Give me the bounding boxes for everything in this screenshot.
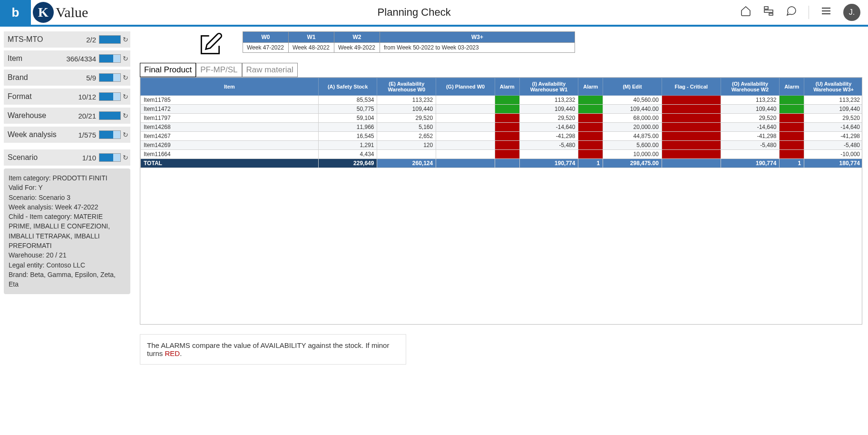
cell: -41,298 [804,132,862,141]
cell [436,96,495,105]
col-header[interactable]: (M) Edit [603,78,662,96]
cell [662,159,721,168]
filter-label: Brand [8,73,28,82]
refresh-icon[interactable]: ↻ [123,55,128,62]
col-header[interactable]: (U) Availability Warehouse W3+ [804,78,862,96]
week-header: W2 [334,32,380,43]
filter-value: 1/10 [38,154,99,162]
info-line: Brand: Beta, Gamma, Epsilon, Zeta, Eta [9,270,126,289]
alarm-cell [780,150,804,159]
alarm-cell [495,114,519,123]
cell: 229,649 [318,159,377,168]
tab-final-product[interactable]: Final Product [140,63,196,77]
col-header[interactable]: (I) Availability Warehouse W1 [519,78,578,96]
tab-pf-mp-sl[interactable]: PF-MP/SL [196,63,242,77]
cell: 190,774 [721,159,780,168]
table-row[interactable]: Item116644,43410,000.00-10,000 [141,150,863,159]
filter-bar [99,153,121,162]
tab-raw-material[interactable]: Raw material [242,63,298,77]
cell-item: Item14267 [141,132,319,141]
cell: 85,534 [318,96,377,105]
alarm-cell [578,150,603,159]
filter-label: Item [8,54,22,63]
filter-format[interactable]: Format10/12↻ [4,89,130,105]
refresh-icon[interactable]: ↻ [123,36,128,43]
info-line: Item category: PRODOTTI FINITI [9,173,126,183]
cell-item: Item11797 [141,114,319,123]
table-row[interactable]: Item1426811,9665,160-14,64020,000.00-14,… [141,123,863,132]
col-header[interactable]: (E) Availability Warehouse W0 [377,78,436,96]
refresh-icon[interactable]: ↻ [123,93,128,100]
cell-item: TOTAL [141,159,319,168]
menu-icon[interactable] [820,5,832,20]
cell[interactable]: 40,560.00 [603,96,662,105]
cell-item: Item14268 [141,123,319,132]
cell[interactable]: 68,000.00 [603,114,662,123]
flag-cell [662,114,721,123]
table-row[interactable]: Item1179759,10429,52029,52068,000.0029,5… [141,114,863,123]
cell [436,105,495,114]
home-icon[interactable] [740,5,751,20]
avatar[interactable]: J. [843,4,860,21]
col-header[interactable]: Alarm [578,78,603,96]
table-row[interactable]: Item142691,291120-5,4805,600.00-5,480-5,… [141,141,863,150]
chat-icon[interactable] [786,5,797,20]
filter-value: 5/9 [28,74,99,82]
alarm-cell [578,105,603,114]
col-header[interactable]: Item [141,78,319,96]
tabs: Final ProductPF-MP/SLRaw material [140,63,862,77]
col-header[interactable]: (A) Safety Stock [318,78,377,96]
col-header[interactable]: Alarm [495,78,519,96]
col-header[interactable]: (O) Availability Warehouse W2 [721,78,780,96]
cell: 50,775 [318,105,377,114]
refresh-icon[interactable]: ↻ [123,112,128,119]
cell: 190,774 [519,159,578,168]
cell: 298,475.00 [603,159,662,168]
edit-icon[interactable] [197,31,224,58]
flag-cell [662,132,721,141]
table-row[interactable]: Item1178585,534113,232113,23240,560.0011… [141,96,863,105]
cell [721,150,780,159]
cell [436,150,495,159]
cell[interactable]: 20,000.00 [603,123,662,132]
refresh-icon[interactable]: ↻ [123,74,128,81]
info-line: Week analysis: Week 47-2022 [9,202,126,212]
filter-bar [99,35,121,44]
cell: -14,640 [721,123,780,132]
cell[interactable]: 10,000.00 [603,150,662,159]
cell[interactable]: 109,440.00 [603,105,662,114]
filter-scenario[interactable]: Scenario1/10↻ [4,149,130,166]
col-header[interactable]: (G) Planned W0 [436,78,495,96]
flag-cell [662,123,721,132]
filter-mts-mto[interactable]: MTS-MTO2/2↻ [4,31,130,48]
table-row[interactable]: Item1426716,5452,652-41,29844,875.00-41,… [141,132,863,141]
filter-value: 366/4334 [22,55,99,63]
alarm-cell [780,114,804,123]
alarm-cell [578,132,603,141]
filter-warehouse[interactable]: Warehouse20/21↻ [4,108,130,124]
refresh-icon[interactable]: ↻ [123,154,128,161]
filter-label: Week analysis [8,130,57,139]
cell [436,141,495,150]
cell: 29,520 [804,114,862,123]
page-title: Planning Check [88,6,740,19]
refresh-icon[interactable]: ↻ [123,131,128,138]
col-header[interactable]: Alarm [780,78,804,96]
cell: 4,434 [318,150,377,159]
alarm-cell [578,96,603,105]
total-row: TOTAL229,649260,124190,7741298,475.00190… [141,159,863,168]
filter-label: MTS-MTO [8,35,43,44]
flag-cell [662,105,721,114]
cell[interactable]: 44,875.00 [603,132,662,141]
table-row[interactable]: Item1147250,775109,440109,440109,440.001… [141,105,863,114]
filter-brand[interactable]: Brand5/9↻ [4,69,130,86]
cell[interactable]: 5,600.00 [603,141,662,150]
layout-icon[interactable] [763,5,774,20]
cell [377,150,436,159]
cell: 16,545 [318,132,377,141]
filter-bar [99,130,121,139]
col-header[interactable]: Flag - Critical [662,78,721,96]
filter-week analysis[interactable]: Week analysis1/575↻ [4,127,130,143]
data-grid[interactable]: Item(A) Safety Stock(E) Availability War… [140,77,862,325]
filter-item[interactable]: Item366/4334↻ [4,50,130,67]
